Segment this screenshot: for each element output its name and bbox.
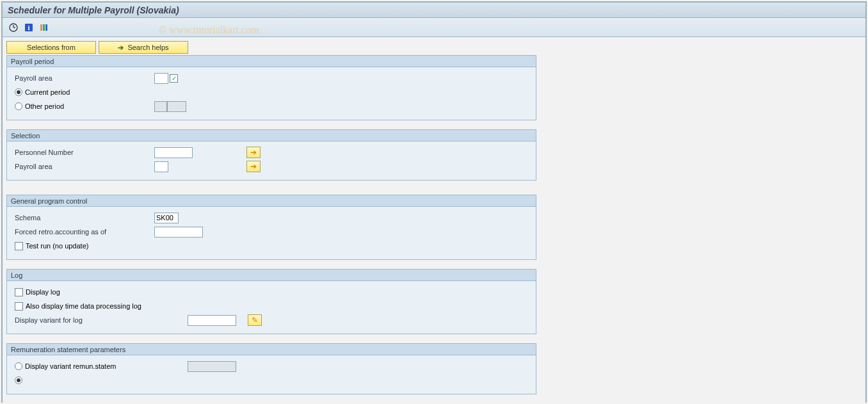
execute-icon[interactable]	[8, 22, 19, 33]
also-display-label: Also display time data processing log	[26, 302, 141, 310]
forced-retro-input[interactable]	[154, 227, 203, 238]
other-period-input-2[interactable]	[167, 101, 186, 112]
search-helps-label: Search helps	[127, 44, 168, 51]
group-selection: Selection Personnel Number ➔ Payroll are…	[6, 129, 536, 181]
test-run-label: Test run (no update)	[26, 242, 88, 250]
arrow-right-icon: ➔	[250, 148, 257, 157]
display-log-checkbox[interactable]	[15, 288, 23, 296]
forced-retro-label: Forced retro.accounting as of	[12, 228, 154, 236]
info-icon[interactable]: i	[23, 22, 35, 33]
display-variant-remun-input[interactable]	[188, 361, 236, 372]
display-variant-remun-radio[interactable]	[15, 362, 22, 370]
selection-payroll-area-label: Payroll area	[12, 163, 154, 170]
group-payroll-period: Payroll period Payroll area ✓ Current pe…	[6, 55, 536, 120]
payroll-area-input[interactable]	[154, 73, 168, 84]
svg-rect-6	[43, 24, 45, 31]
test-run-checkbox[interactable]	[15, 242, 23, 250]
personnel-number-input[interactable]	[154, 147, 193, 158]
payroll-area-label: Payroll area	[12, 74, 154, 82]
schema-label: Schema	[12, 214, 154, 222]
selections-from-label: Selections from	[27, 44, 76, 51]
display-variant-log-input[interactable]	[188, 315, 236, 326]
group-title-selection: Selection	[7, 130, 536, 141]
personnel-number-multi-button[interactable]: ➔	[246, 147, 261, 158]
content-area: Selections from ➔ Search helps Payroll p…	[3, 37, 865, 404]
group-general: General program control Schema Forced re…	[6, 195, 536, 260]
payroll-area-checkbox[interactable]: ✓	[170, 74, 178, 83]
svg-rect-7	[45, 24, 47, 31]
app-toolbar: i	[3, 18, 865, 37]
other-period-radio[interactable]	[15, 102, 22, 110]
current-period-label: Current period	[25, 88, 70, 96]
group-title-payroll-period: Payroll period	[7, 56, 536, 67]
selections-from-button[interactable]: Selections from	[6, 41, 96, 54]
group-title-remun: Remuneration statement parameters	[7, 344, 536, 355]
edit-variant-button[interactable]: ✎	[248, 314, 262, 326]
arrow-right-icon: ➔	[250, 162, 257, 171]
schema-input[interactable]	[154, 213, 179, 223]
arrow-right-icon: ➔	[118, 44, 124, 52]
other-period-input-1[interactable]	[154, 101, 167, 112]
display-variant-log-label: Display variant for log	[12, 316, 154, 324]
other-period-label: Other period	[25, 102, 64, 110]
svg-text:i: i	[28, 24, 29, 31]
search-helps-button[interactable]: ➔ Search helps	[99, 41, 188, 54]
display-log-label: Display log	[26, 288, 60, 296]
button-row: Selections from ➔ Search helps	[6, 41, 862, 54]
group-title-log: Log	[7, 270, 536, 281]
variant-icon[interactable]	[38, 22, 50, 33]
page-title: Scheduler for Multiple Payroll (Slovakia…	[3, 3, 865, 18]
check-icon: ✓	[172, 75, 177, 82]
svg-rect-5	[40, 24, 42, 31]
group-title-general: General program control	[7, 195, 536, 207]
group-remun: Remuneration statement parameters Displa…	[6, 343, 536, 394]
payroll-area-multi-button[interactable]: ➔	[246, 161, 261, 172]
display-variant-remun-label: Display variant remun.statem	[25, 362, 116, 370]
personnel-number-label: Personnel Number	[12, 149, 154, 156]
also-display-checkbox[interactable]	[15, 302, 23, 311]
pencil-icon: ✎	[252, 316, 258, 325]
remun-blank-radio[interactable]	[15, 376, 22, 384]
title-text: Scheduler for Multiple Payroll (Slovakia…	[8, 5, 179, 15]
current-period-radio[interactable]	[15, 88, 22, 96]
selection-payroll-area-input[interactable]	[154, 161, 168, 172]
group-log: Log Display log Also display time data p…	[6, 269, 536, 334]
